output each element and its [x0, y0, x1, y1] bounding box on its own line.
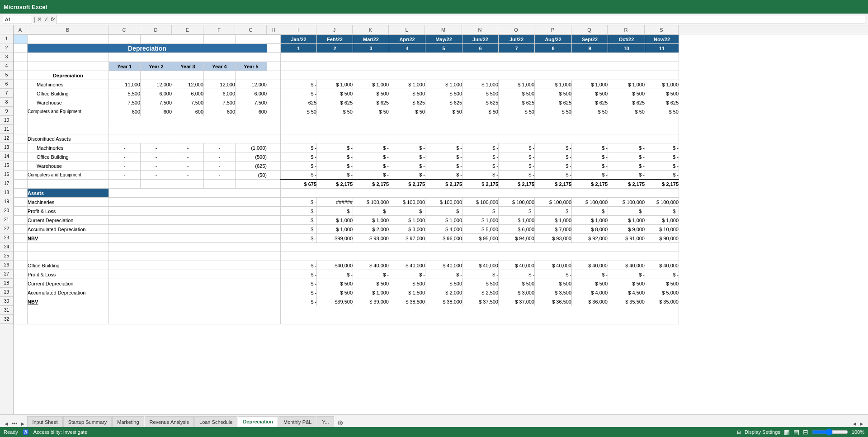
- cell-H1[interactable]: [267, 35, 281, 44]
- cell-I2[interactable]: 1: [281, 44, 317, 53]
- cell-R1[interactable]: Oct/22: [608, 35, 645, 44]
- cell-D1[interactable]: [141, 35, 172, 44]
- tab-marketing[interactable]: Marketing: [112, 416, 144, 427]
- row-num-4[interactable]: 4: [0, 62, 13, 71]
- view-page-icon[interactable]: ⊟: [803, 428, 808, 436]
- confirm-icon[interactable]: ✓: [44, 16, 49, 23]
- row-num-32[interactable]: 32: [0, 315, 13, 324]
- row-num-15[interactable]: 15: [0, 161, 13, 170]
- row-num-30[interactable]: 30: [0, 297, 13, 306]
- col-F-header[interactable]: F: [203, 25, 235, 34]
- tab-revenue-analysis[interactable]: Revenue Analysis: [145, 416, 194, 427]
- col-C-header[interactable]: C: [108, 25, 140, 34]
- tab-nav-left[interactable]: ◄: [2, 421, 11, 427]
- cell-A2[interactable]: [14, 44, 28, 53]
- display-settings-icon[interactable]: ⊞: [737, 429, 741, 435]
- cell-Q1[interactable]: Sep/22: [572, 35, 608, 44]
- row-num-2[interactable]: 2: [0, 43, 13, 52]
- accessibility-text[interactable]: Accessibility: Investigate: [33, 429, 87, 435]
- cell-reference[interactable]: [3, 15, 32, 24]
- col-S-header[interactable]: S: [645, 25, 679, 34]
- row-num-1[interactable]: 1: [0, 34, 13, 43]
- cell-N1[interactable]: Jun/22: [462, 35, 499, 44]
- row-num-19[interactable]: 19: [0, 197, 13, 206]
- tab-startup-summary[interactable]: Startup Summary: [63, 416, 112, 427]
- scroll-right-icon[interactable]: ►: [859, 421, 864, 427]
- col-D-header[interactable]: D: [140, 25, 172, 34]
- col-I-header[interactable]: I: [280, 25, 316, 34]
- row-num-5[interactable]: 5: [0, 71, 13, 80]
- cell-C1[interactable]: [109, 35, 141, 44]
- col-H-header[interactable]: H: [267, 25, 280, 34]
- row-num-31[interactable]: 31: [0, 306, 13, 315]
- col-N-header[interactable]: N: [462, 25, 498, 34]
- display-settings-text[interactable]: Display Settings: [745, 429, 780, 435]
- cell-L2[interactable]: 4: [389, 44, 425, 53]
- row-num-11[interactable]: 11: [0, 125, 13, 134]
- cell-L1[interactable]: Apr/22: [389, 35, 425, 44]
- row-num-9[interactable]: 9: [0, 107, 13, 116]
- row-num-6[interactable]: 6: [0, 80, 13, 89]
- row-num-12[interactable]: 12: [0, 134, 13, 143]
- col-J-header[interactable]: J: [316, 25, 353, 34]
- col-P-header[interactable]: P: [534, 25, 571, 34]
- cell-H2[interactable]: [267, 44, 281, 53]
- cell-G1[interactable]: [236, 35, 267, 44]
- cell-Q2[interactable]: 9: [572, 44, 608, 53]
- row-num-3[interactable]: 3: [0, 52, 13, 62]
- tab-y[interactable]: Y...: [317, 416, 334, 427]
- zoom-slider[interactable]: [812, 429, 848, 435]
- row-num-22[interactable]: 22: [0, 224, 13, 233]
- cell-R2[interactable]: 10: [608, 44, 645, 53]
- col-K-header[interactable]: K: [353, 25, 389, 34]
- col-O-header[interactable]: O: [498, 25, 534, 34]
- cell-K1[interactable]: Mar/22: [353, 35, 389, 44]
- cell-N2[interactable]: 6: [462, 44, 499, 53]
- row-num-18[interactable]: 18: [0, 188, 13, 197]
- tab-loan-schedule[interactable]: Loan Schedule: [194, 416, 237, 427]
- col-G-header[interactable]: G: [235, 25, 267, 34]
- col-Q-header[interactable]: Q: [571, 25, 608, 34]
- row-num-8[interactable]: 8: [0, 98, 13, 107]
- formula-input[interactable]: [57, 15, 865, 24]
- cell-O2[interactable]: 7: [499, 44, 535, 53]
- accessibility-icon[interactable]: ♿: [23, 429, 29, 435]
- cell-O1[interactable]: Jul/22: [499, 35, 535, 44]
- row-num-24[interactable]: 24: [0, 242, 13, 252]
- col-B-header[interactable]: B: [27, 25, 108, 34]
- cell-J2[interactable]: 2: [317, 44, 353, 53]
- cell-M1[interactable]: May/22: [425, 35, 462, 44]
- tab-add[interactable]: ⊕: [335, 418, 346, 427]
- row-num-7[interactable]: 7: [0, 89, 13, 98]
- cancel-icon[interactable]: ✕: [37, 16, 42, 23]
- cell-B3[interactable]: [28, 53, 109, 62]
- function-icon[interactable]: fx: [51, 16, 55, 23]
- cell-P1[interactable]: Aug/22: [535, 35, 572, 44]
- row-num-17[interactable]: 17: [0, 179, 13, 188]
- row-num-10[interactable]: 10: [0, 116, 13, 125]
- cell-E1[interactable]: [172, 35, 204, 44]
- row-num-14[interactable]: 14: [0, 152, 13, 161]
- row-num-20[interactable]: 20: [0, 206, 13, 215]
- col-R-header[interactable]: R: [608, 25, 645, 34]
- cell-J1[interactable]: Feb/22: [317, 35, 353, 44]
- tab-depreciation[interactable]: Depreciation: [238, 416, 278, 427]
- row-num-29[interactable]: 29: [0, 288, 13, 297]
- cell-M2[interactable]: 5: [425, 44, 462, 53]
- row-1[interactable]: Jan/22 Feb/22 Mar/22 Apr/22 May/22 Jun/2…: [14, 35, 679, 44]
- tab-monthly-pl[interactable]: Monthly P&L: [278, 416, 316, 427]
- view-layout-icon[interactable]: ▤: [793, 428, 799, 436]
- cell-K2[interactable]: 3: [353, 44, 389, 53]
- scroll-left-icon[interactable]: ◄: [852, 421, 857, 427]
- row-num-27[interactable]: 27: [0, 270, 13, 279]
- row-num-26[interactable]: 26: [0, 261, 13, 270]
- row-num-25[interactable]: 25: [0, 252, 13, 261]
- cell-B1[interactable]: [28, 35, 109, 44]
- col-A-header[interactable]: A: [14, 25, 27, 34]
- tab-nav-right[interactable]: ►: [19, 421, 28, 427]
- col-L-header[interactable]: L: [389, 25, 425, 34]
- cell-A1[interactable]: [14, 35, 28, 44]
- cell-P2[interactable]: 8: [535, 44, 572, 53]
- cell-F1[interactable]: [204, 35, 236, 44]
- view-normal-icon[interactable]: ▦: [784, 428, 790, 436]
